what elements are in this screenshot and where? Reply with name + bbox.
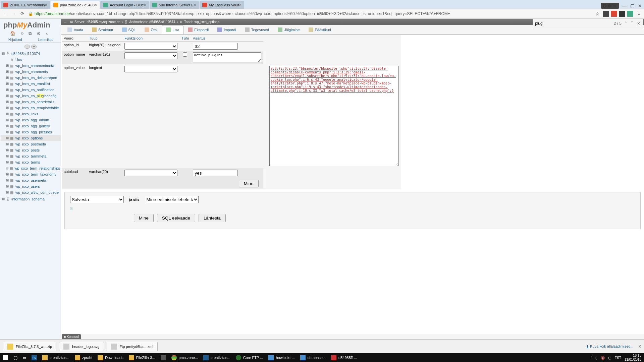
tab-triggers[interactable]: Päästikud: [304, 25, 335, 34]
sidebar-tab-favorites[interactable]: Lemmikud: [31, 37, 61, 43]
save-mode-select[interactable]: Salvesta: [70, 196, 124, 203]
table-node[interactable]: ⊞▦wp_ixxo_term_taxonomy: [1, 171, 61, 177]
taskbar-app[interactable]: database...: [298, 353, 328, 362]
browser-tab[interactable]: ZONE.EE Webadmin×: [1, 1, 50, 9]
function-select[interactable]: [124, 66, 177, 72]
taskbar-app[interactable]: creativitas...: [40, 353, 72, 362]
table-node[interactable]: ⊞▦wp_ixxo_ngg_album: [1, 117, 61, 123]
taskbar-app[interactable]: pma.zone...: [169, 353, 201, 362]
value-input[interactable]: [193, 170, 238, 176]
db-node-infoschema[interactable]: ⊞🗄information_schema: [1, 196, 61, 202]
close-icon[interactable]: ×: [239, 3, 241, 7]
chrome-profile[interactable]: Doktor: [601, 3, 619, 9]
taskbar-clock[interactable]: 16:1511/01/2016: [625, 354, 641, 362]
db-node[interactable]: ⊟🗄d54985sd110374: [1, 51, 61, 57]
find-close-icon[interactable]: ✕: [636, 21, 641, 26]
close-shelf-icon[interactable]: ×: [638, 344, 641, 350]
table-node[interactable]: ⊞▦wp_ixxo_es_emaillist: [1, 81, 61, 87]
after-save-select[interactable]: Mine eelmisele lehele tagasi: [145, 196, 199, 203]
tab-view[interactable]: Vaata: [63, 25, 88, 34]
minimize-icon[interactable]: —: [622, 3, 627, 8]
new-table[interactable]: 🗎Uus: [1, 57, 61, 63]
download-item[interactable]: FileZilla_3.7.3_w....zip: [3, 342, 56, 351]
go-button[interactable]: Mine: [239, 180, 259, 187]
table-node[interactable]: ⊞▦wp_ixxo_posts: [1, 147, 61, 153]
sidebar-tab-recent[interactable]: Hiljutised: [0, 37, 31, 43]
table-node[interactable]: ⊞▦wp_ixxo_postmeta: [1, 141, 61, 147]
system-tray[interactable]: ˄ ▯ 🔇 ▢ EST 16:1511/01/2016: [590, 354, 644, 362]
tab-insert[interactable]: Lisa: [162, 25, 183, 34]
table-node[interactable]: ⊞▦wp_ixxo_ngg_pictures: [1, 129, 61, 135]
table-node[interactable]: ⊞▦wp_ixxo_termmeta: [1, 153, 61, 159]
function-select[interactable]: [124, 170, 177, 176]
tab-search[interactable]: Otsi: [140, 25, 162, 34]
table-node[interactable]: ⊞▦wp_ixxo_links: [1, 111, 61, 117]
table-node[interactable]: ⊞▦wp_ixxo_es_pluginconfig: [1, 93, 61, 99]
taskbar-app[interactable]: zpraht: [72, 353, 95, 362]
close-icon[interactable]: ×: [95, 3, 97, 7]
table-node[interactable]: ⊞▦wp_ixxo_comments: [1, 69, 61, 75]
value-input[interactable]: [193, 43, 238, 50]
bc-table[interactable]: wp_ixxo_options: [195, 20, 219, 24]
find-prev-icon[interactable]: ˄: [624, 21, 628, 26]
go-button-2[interactable]: Mine: [134, 214, 154, 222]
ext-icon[interactable]: [603, 11, 609, 17]
menu-icon[interactable]: ≡: [636, 11, 642, 16]
volume-icon[interactable]: 🔇: [601, 356, 605, 360]
table-node[interactable]: ⊞▦wp_ixxo_terms: [1, 159, 61, 165]
start-button[interactable]: [0, 353, 11, 362]
table-node[interactable]: ⊞▦wp_ixxo_es_templatetable: [1, 105, 61, 111]
find-input[interactable]: [535, 21, 611, 26]
table-node[interactable]: ⊞▦wp_ixxo_term_relationships: [1, 165, 61, 171]
taskbar-app[interactable]: Core FTP ...: [233, 353, 266, 362]
action-center-icon[interactable]: ▢: [608, 356, 611, 360]
function-select[interactable]: [124, 43, 177, 50]
bc-db[interactable]: d54985sd110374: [149, 20, 175, 24]
taskbar-app[interactable]: Ps: [29, 353, 40, 362]
value-textarea[interactable]: active_plugins: [193, 52, 261, 62]
tab-sql[interactable]: SQL: [118, 25, 140, 34]
tab-export[interactable]: Ekspordi: [183, 25, 213, 34]
maximize-icon[interactable]: ▢: [630, 3, 635, 8]
sql-preview-button[interactable]: SQL eelvaade: [157, 214, 195, 222]
bc-server[interactable]: d54985.mysql.zone.ee: [87, 20, 120, 24]
close-icon[interactable]: ×: [45, 3, 47, 7]
tray-chevron-icon[interactable]: ˄: [590, 356, 592, 360]
ext-icon[interactable]: [619, 11, 625, 17]
close-icon[interactable]: ×: [194, 3, 196, 7]
taskbar-app[interactable]: creativitas...: [201, 353, 233, 362]
taskbar-app[interactable]: d54985f1...: [328, 353, 360, 362]
browser-tab[interactable]: 500 Internal Server E×: [150, 1, 199, 9]
language-indicator[interactable]: EST: [614, 356, 621, 360]
network-icon[interactable]: ▯: [595, 356, 597, 360]
help-icon[interactable]: ⍰: [70, 206, 72, 210]
browser-tab[interactable]: My LastPass Vault×: [200, 1, 244, 9]
table-node[interactable]: ⊞▦wp_ixxo_es_notification: [1, 87, 61, 93]
table-node[interactable]: ⊞▦wp_ixxo_users: [1, 183, 61, 189]
find-next-icon[interactable]: ˅: [630, 21, 634, 26]
taskbar-app[interactable]: howto.txt ...: [266, 353, 297, 362]
console-toggle[interactable]: Konsool: [62, 334, 81, 339]
reload-icon[interactable]: ⟳: [19, 11, 25, 16]
back-icon[interactable]: ←: [2, 11, 8, 16]
value-textarea-large[interactable]: a:8:{i:0;s:23:"bbspoiler/bbspoiler.php";…: [269, 66, 399, 166]
sidebar-quick-icons[interactable]: 🏠 ⎋ ⧉ ⚙ ↻: [0, 30, 61, 37]
null-checkbox[interactable]: [183, 52, 187, 57]
tab-tracking[interactable]: Jälgimine: [273, 25, 304, 34]
download-item[interactable]: Ftp prettyd6ba....xml: [107, 342, 158, 351]
taskview-icon[interactable]: ▭: [20, 353, 29, 362]
close-window-icon[interactable]: ✕: [638, 3, 642, 8]
reset-button[interactable]: Lähtesta: [199, 214, 226, 222]
tab-structure[interactable]: Struktuur: [88, 25, 118, 34]
search-icon[interactable]: ◯: [11, 353, 20, 362]
table-node[interactable]: ⊞▦wp_ixxo_ngg_gallery: [1, 123, 61, 129]
table-node[interactable]: ⊞▦wp_ixxo_es_deliverreport: [1, 75, 61, 81]
table-node[interactable]: ⊞▦wp_ixxo_usermeta: [1, 177, 61, 183]
table-node[interactable]: ⊞▦wp_ixxo_es_sentdetails: [1, 99, 61, 105]
tab-import[interactable]: Impordi: [213, 25, 240, 34]
close-icon[interactable]: ×: [144, 3, 146, 7]
table-node[interactable]: ⊞▦wp_ixxo_w3tc_cdn_queue: [1, 189, 61, 195]
download-item[interactable]: header_logo.svg: [59, 342, 104, 351]
taskbar-app[interactable]: [158, 353, 169, 362]
taskbar-app[interactable]: FileZilla-3...: [126, 353, 158, 362]
